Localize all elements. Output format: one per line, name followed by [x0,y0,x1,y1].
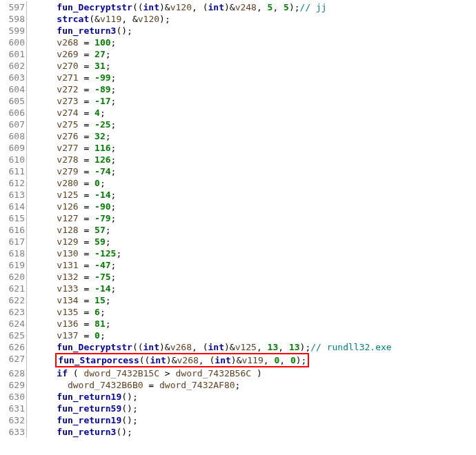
code-content: v270 = 31; [35,60,111,72]
code-text: ) [296,355,301,365]
assign-op: = [79,166,95,176]
code-text: ; [295,2,300,12]
local-var: v271 [57,72,78,83]
line-number: 620 [0,271,26,283]
local-var: v120 [170,2,192,12]
number-literal: 126 [95,154,110,165]
local-var: v279 [57,166,78,176]
assign-op: = [79,260,95,270]
gutter-separator [26,83,27,95]
keyword: int [208,342,224,352]
code-line: 616 v128 = 57; [0,224,476,236]
code-text: , [257,2,268,12]
code-text: , [278,342,289,352]
gutter-separator [26,379,27,391]
semicolon: ; [106,131,111,141]
code-line: 633 fun_return3(); [0,426,476,438]
code-text: ; [127,427,132,437]
local-var: v275 [57,119,78,130]
code-line: 611 v279 = -74; [0,165,476,177]
assign-op: = [79,61,95,71]
gutter-separator [26,353,27,367]
code-line: 623 v135 = 6; [0,306,476,318]
line-number: 599 [0,25,26,37]
code-content: v271 = -99; [35,72,116,83]
keyword: int [150,355,166,365]
local-var: v119 [241,355,263,365]
number-literal: -14 [95,283,110,294]
assign-op: = [79,225,95,235]
code-content: v133 = -14; [35,283,116,294]
code-text: ( [139,355,145,365]
gutter-separator [26,426,27,438]
code-text: ( [89,14,95,24]
assign-op: = [79,318,95,329]
gutter-separator [26,95,27,107]
line-number: 600 [0,37,26,48]
keyword: int [208,2,224,12]
code-text: ) [289,2,295,12]
code-line: 609 v277 = 116; [0,142,476,154]
local-var: v269 [57,49,78,59]
code-text: & [230,342,235,352]
number-literal: -14 [95,190,110,200]
semicolon: ; [111,213,117,223]
code-text: ) [224,342,230,352]
code-text: > [159,368,175,378]
function-name: fun_Decryptstr [57,342,132,352]
assign-op: = [79,119,95,130]
line-number: 622 [0,294,26,306]
line-number: 601 [0,48,26,60]
local-var: v130 [57,248,78,259]
code-content: v127 = -79; [35,212,116,224]
line-number: 614 [0,201,26,212]
number-literal: -99 [95,72,110,83]
code-content: v135 = 6; [35,306,106,318]
gutter-separator [26,37,27,48]
code-text: ) [127,415,132,425]
function-name: fun_return19 [57,392,121,402]
semicolon: ; [111,72,117,83]
line-number: 610 [0,154,26,165]
code-content: strcat(&v119, &v120); [35,13,170,25]
code-content: fun_return59(); [35,403,138,414]
highlight-box: fun_Starporcess((int)&v268, (int)&v119, … [55,353,309,367]
code-text: & [132,14,138,24]
line-number: 604 [0,83,26,95]
code-text: & [165,2,170,12]
code-line: 621 v133 = -14; [0,283,476,294]
local-var: v268 [177,355,199,365]
number-literal: 4 [95,108,100,118]
code-line: 630 fun_return19(); [0,391,476,403]
assign-op: = [79,272,95,282]
function-name: fun_Decryptstr [57,2,132,12]
gutter-separator [26,177,27,189]
line-number: 615 [0,212,26,224]
number-literal: 5 [284,2,289,12]
code-text: , [192,2,203,12]
code-text: = [143,380,159,390]
number-literal: 116 [95,143,110,153]
code-text: ; [132,415,138,425]
local-var: v128 [57,225,78,235]
code-content: v132 = -75; [35,271,116,283]
code-text: ( [121,392,127,402]
line-number: 631 [0,403,26,414]
line-number: 613 [0,189,26,201]
semicolon: ; [100,108,106,118]
code-line: 625 v137 = 0; [0,330,476,341]
assign-op: = [79,283,95,294]
code-text: , [279,355,290,365]
gutter-separator [26,306,27,318]
local-var: v273 [57,96,78,106]
semicolon: ; [106,225,111,235]
assign-op: = [79,307,95,317]
line-number: 624 [0,318,26,330]
local-var: v136 [57,318,78,329]
gutter-separator [26,201,27,212]
number-literal: 32 [95,131,106,141]
local-var: v132 [57,272,78,282]
local-var: v137 [57,330,78,341]
semicolon: ; [116,248,121,259]
gutter-separator [26,1,27,13]
